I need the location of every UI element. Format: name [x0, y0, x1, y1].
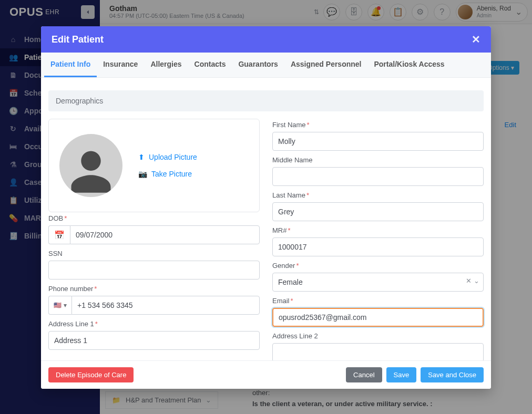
delete-episode-button[interactable]: Delete Episode of Care [48, 367, 134, 382]
middle-name-label: Middle Name [272, 156, 484, 164]
first-name-input[interactable] [272, 132, 484, 151]
clear-icon[interactable]: ✕ [466, 277, 472, 285]
email-label: Email* [272, 297, 484, 305]
tab-patient-info[interactable]: Patient Info [44, 53, 97, 77]
email-input[interactable] [272, 308, 484, 327]
addr2-input[interactable] [272, 343, 484, 360]
save-close-button[interactable]: Save and Close [421, 367, 484, 382]
tab-contacts[interactable]: Contacts [188, 53, 232, 77]
chevron-down-icon[interactable]: ⌄ [474, 277, 479, 285]
cancel-button[interactable]: Cancel [346, 367, 382, 382]
demographics-right-column: First Name* Middle Name Last Name* MR#* [272, 119, 484, 360]
addr1-input[interactable] [48, 331, 260, 350]
modal-footer: Delete Episode of Care Cancel Save Save … [41, 360, 491, 389]
first-name-label: First Name* [272, 121, 484, 129]
camera-icon: 📷 [138, 170, 147, 178]
save-button[interactable]: Save [386, 367, 417, 382]
phone-country[interactable]: 🇺🇸 ▾ [48, 296, 71, 315]
section-demographics: Demographics [48, 90, 484, 111]
dob-label: DOB* [48, 214, 260, 222]
ssn-label: SSN [48, 250, 260, 257]
last-name-input[interactable] [272, 202, 484, 221]
edit-patient-modal: Edit Patient ✕ Patient Info Insurance Al… [41, 26, 491, 389]
phone-input[interactable] [71, 296, 260, 315]
silhouette-icon [65, 144, 117, 197]
ssn-input[interactable] [48, 261, 260, 280]
modal-overlay: Edit Patient ✕ Patient Info Insurance Al… [0, 0, 532, 414]
upload-icon: ⬆ [138, 153, 145, 161]
modal-body[interactable]: Demographics ⬆Upload Picture 📷Take Pictu… [41, 78, 491, 360]
upload-picture-link[interactable]: ⬆Upload Picture [138, 153, 197, 161]
phone-label: Phone number* [48, 285, 260, 293]
modal-title: Edit Patient [52, 34, 104, 45]
addr2-label: Address Line 2 [272, 332, 484, 340]
tab-guarantors[interactable]: Guarantors [232, 53, 284, 77]
photo-card: ⬆Upload Picture 📷Take Picture [48, 119, 260, 212]
tab-portal-kiosk[interactable]: Portal/Kiosk Access [367, 53, 451, 77]
middle-name-input[interactable] [272, 167, 484, 186]
addr1-label: Address Line 1* [48, 320, 260, 328]
dob-input[interactable] [70, 225, 260, 244]
last-name-label: Last Name* [272, 191, 484, 199]
modal-tabs: Patient Info Insurance Allergies Contact… [41, 53, 491, 78]
tab-insurance[interactable]: Insurance [97, 53, 144, 77]
gender-select[interactable] [272, 273, 484, 292]
tab-assigned-personnel[interactable]: Assigned Personnel [284, 53, 368, 77]
demographics-left-column: ⬆Upload Picture 📷Take Picture DOB* 📅 SSN [48, 119, 260, 360]
take-picture-link[interactable]: 📷Take Picture [138, 170, 197, 178]
modal-close-button[interactable]: ✕ [472, 33, 480, 46]
mr-label: MR#* [272, 226, 484, 234]
patient-photo-placeholder [59, 134, 122, 197]
gender-label: Gender* [272, 262, 484, 270]
tab-allergies[interactable]: Allergies [144, 53, 188, 77]
calendar-icon[interactable]: 📅 [48, 225, 70, 244]
modal-header: Edit Patient ✕ [41, 26, 491, 53]
mr-input[interactable] [272, 237, 484, 256]
